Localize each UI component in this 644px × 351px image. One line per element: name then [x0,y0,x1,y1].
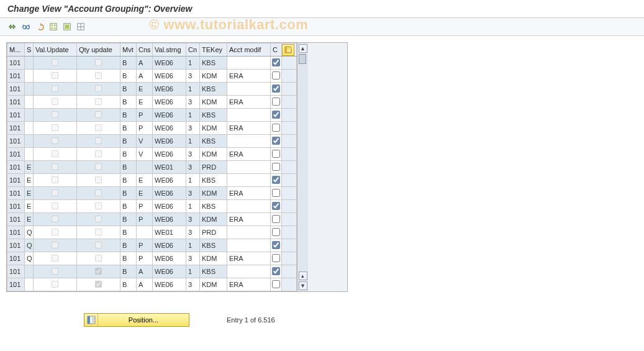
col-acct-modif[interactable]: Acct modif [227,43,271,57]
table-row[interactable]: 101BAWE063KDMERA [7,70,297,83]
table-row[interactable]: 101BAWE061KBS [7,57,297,70]
cell-c [271,135,282,148]
cell-c-checkbox[interactable] [272,176,280,184]
cell-tekey: KBS [200,200,227,213]
cell-acct-modif[interactable]: ERA [227,187,271,200]
col-mvt[interactable]: Mvt [120,43,137,57]
cell-m[interactable]: 101 [7,96,25,109]
cell-c-checkbox[interactable] [272,84,280,93]
scroll-thumb[interactable] [299,54,306,64]
cell-acct-modif[interactable] [227,200,271,213]
toolbar-undo-button[interactable] [34,21,46,33]
cell-acct-modif[interactable]: ERA [227,122,271,135]
cell-m[interactable]: 101 [7,187,25,200]
table-row[interactable]: 101EBWE013PRD [7,161,297,174]
cell-m[interactable]: 101 [7,252,25,265]
cell-c-checkbox[interactable] [272,215,280,223]
toolbar-display-button[interactable] [20,21,32,33]
col-tekey[interactable]: TEKey [200,43,227,57]
cell-c-checkbox[interactable] [272,280,280,288]
table-row[interactable]: 101BPWE061KBS [7,109,297,122]
cell-acct-modif[interactable] [227,83,271,96]
col-m[interactable]: M... [7,43,25,57]
cell-acct-modif[interactable]: ERA [227,252,271,265]
cell-tekey: KBS [200,174,227,187]
table-row[interactable]: 101BPWE063KDMERA [7,122,297,135]
table-row[interactable]: 101BVWE063KDMERA [7,148,297,161]
col-cns[interactable]: Cns [137,43,153,57]
cell-acct-modif[interactable] [227,239,271,252]
cell-c-checkbox[interactable] [272,111,280,119]
cell-acct-modif[interactable] [227,174,271,187]
cell-m[interactable]: 101 [7,239,25,252]
scroll-down-step-button[interactable]: ▴ [299,271,307,280]
cell-acct-modif[interactable]: ERA [227,278,271,291]
position-button[interactable]: Position... [84,313,189,327]
col-cn[interactable]: Cn [186,43,200,57]
cell-acct-modif[interactable] [227,226,271,239]
cell-m[interactable]: 101 [7,83,25,96]
cell-c-checkbox[interactable] [272,241,280,249]
table-row[interactable]: 101BEWE063KDMERA [7,96,297,109]
cell-c-checkbox[interactable] [272,163,280,171]
cell-m[interactable]: 101 [7,109,25,122]
cell-m[interactable]: 101 [7,226,25,239]
cell-acct-modif[interactable] [227,109,271,122]
cell-m[interactable]: 101 [7,200,25,213]
cell-c-checkbox[interactable] [272,189,280,197]
scroll-down-button[interactable]: ▼ [299,281,307,290]
cell-c-checkbox[interactable] [272,137,280,145]
toolbar-expand-button[interactable] [6,21,19,33]
col-val-update[interactable]: Val.Update [34,43,77,57]
table-row[interactable]: 101QBWE013PRD [7,226,297,239]
cell-c-checkbox[interactable] [272,71,280,80]
cell-m[interactable]: 101 [7,148,25,161]
toolbar-select-block-button[interactable] [61,21,73,33]
table-row[interactable]: 101EBEWE063KDMERA [7,187,297,200]
cell-c [271,174,282,187]
toolbar-select-all-button[interactable] [47,21,60,33]
cell-m[interactable]: 101 [7,57,25,70]
toolbar-deselect-button[interactable] [75,21,87,33]
col-qty-update[interactable]: Qty update [77,43,120,57]
table-row[interactable]: 101QBPWE061KBS [7,239,297,252]
col-val-strng[interactable]: Val.strng [153,43,186,57]
scroll-up-button[interactable]: ▲ [299,44,307,53]
cell-acct-modif[interactable] [227,135,271,148]
cell-c-checkbox[interactable] [272,150,280,158]
table-row[interactable]: 101BAWE063KDMERA [7,278,297,291]
vertical-scrollbar[interactable]: ▲ ▴ ▼ [297,43,308,291]
cell-m[interactable]: 101 [7,161,25,174]
cell-acct-modif[interactable]: ERA [227,96,271,109]
table-row[interactable]: 101EBPWE061KBS [7,200,297,213]
table-row[interactable]: 101BVWE061KBS [7,135,297,148]
cell-c-checkbox[interactable] [272,228,280,236]
cell-c-checkbox[interactable] [272,202,280,210]
table-row[interactable]: 101BAWE061KBS [7,265,297,278]
cell-m[interactable]: 101 [7,174,25,187]
cell-m[interactable]: 101 [7,135,25,148]
cell-c-checkbox[interactable] [272,254,280,262]
col-s[interactable]: S [25,43,34,57]
cell-acct-modif[interactable] [227,161,271,174]
cell-m[interactable]: 101 [7,213,25,226]
table-row[interactable]: 101BEWE061KBS [7,83,297,96]
cell-acct-modif[interactable] [227,57,271,70]
table-row[interactable]: 101QBPWE063KDMERA [7,252,297,265]
table-row[interactable]: 101EBPWE063KDMERA [7,213,297,226]
cell-acct-modif[interactable]: ERA [227,213,271,226]
cell-m[interactable]: 101 [7,265,25,278]
cell-c-checkbox[interactable] [272,98,280,106]
col-c[interactable]: C [271,43,282,57]
cell-acct-modif[interactable]: ERA [227,70,271,83]
cell-c-checkbox[interactable] [272,124,280,132]
cell-acct-modif[interactable]: ERA [227,148,271,161]
cell-m[interactable]: 101 [7,278,25,291]
cell-m[interactable]: 101 [7,122,25,135]
table-row[interactable]: 101EBEWE061KBS [7,174,297,187]
table-settings-button[interactable] [282,44,294,56]
cell-m[interactable]: 101 [7,70,25,83]
cell-c-checkbox[interactable] [272,267,280,275]
cell-c-checkbox[interactable] [272,58,280,66]
cell-acct-modif[interactable] [227,265,271,278]
